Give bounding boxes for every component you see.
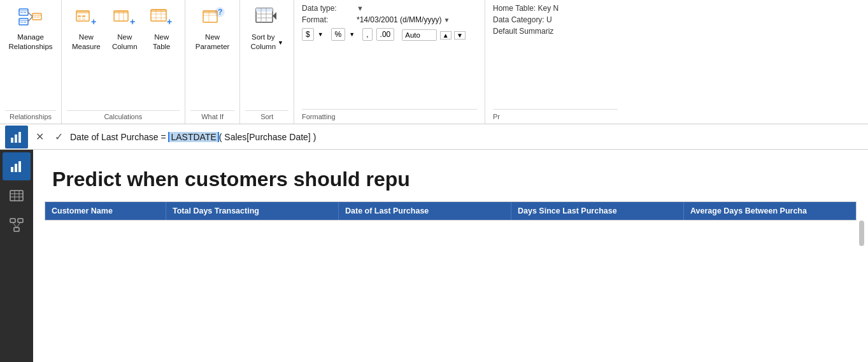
main-area: Predict when customers should repu Custo…	[0, 150, 868, 362]
svg-rect-19	[82, 18, 85, 20]
svg-rect-7	[24, 22, 26, 23]
svg-rect-16	[78, 15, 81, 17]
comma-button[interactable]: ,	[362, 28, 372, 41]
data-table: Customer Name Total Days Transacting Dat…	[45, 201, 857, 221]
bar-chart-view-button[interactable]	[3, 152, 31, 180]
svg-text:?: ?	[218, 8, 222, 17]
properties-section-label: Pr	[493, 109, 618, 124]
formatting-section-label: Formatting	[302, 109, 477, 124]
new-measure-icon: +	[73, 5, 99, 31]
svg-rect-40	[256, 8, 273, 11]
sidebar	[0, 150, 33, 362]
new-column-label: New Column	[112, 33, 138, 52]
new-parameter-button[interactable]: ? New Parameter	[190, 3, 235, 54]
svg-rect-49	[11, 167, 13, 172]
sort-icon	[254, 5, 280, 31]
table-header-row: Customer Name Total Days Transacting Dat…	[45, 202, 856, 220]
content-heading: Predict when customers should repu	[33, 150, 868, 201]
svg-rect-3	[24, 12, 26, 13]
percent-button[interactable]: %	[331, 28, 346, 41]
new-column-button[interactable]: + New Column	[107, 3, 143, 54]
svg-rect-17	[82, 15, 85, 17]
whatif-section-label: What If	[190, 110, 235, 124]
formula-text: Date of Last Purchase = LASTDATE( Sales[…	[70, 132, 863, 142]
svg-line-61	[17, 222, 20, 228]
svg-rect-48	[18, 132, 21, 143]
formula-confirm-button[interactable]: ✓	[51, 129, 66, 145]
table-view-button[interactable]	[3, 182, 31, 210]
formula-prefix: Date of Last Purchase =	[70, 132, 168, 142]
manage-relationships-label: Manage Relationships	[8, 33, 52, 52]
decimal-button[interactable]: .00	[376, 28, 395, 41]
svg-line-60	[13, 222, 17, 228]
sort-dropdown-arrow: ▼	[278, 40, 283, 46]
formula-suffix: ( Sales[Purchase Date] )	[219, 132, 317, 142]
svg-rect-9	[32, 15, 41, 16]
auto-down-button[interactable]: ▼	[454, 31, 466, 40]
datatype-dropdown-arrow: ▼	[357, 4, 364, 12]
model-view-button[interactable]	[3, 211, 31, 239]
svg-rect-51	[18, 161, 21, 172]
svg-rect-47	[15, 134, 17, 143]
svg-rect-5	[19, 20, 28, 21]
home-table-label: Home Table: Key N	[493, 4, 618, 13]
manage-relationships-button[interactable]: Manage Relationships	[5, 3, 56, 54]
table-col-total-days: Total Days Transacting	[166, 202, 339, 220]
calculations-section: + New Measure + New Column	[62, 0, 185, 124]
svg-rect-11	[37, 17, 39, 18]
table-col-avg-days: Average Days Between Purcha	[684, 202, 856, 220]
svg-rect-18	[78, 18, 81, 20]
svg-rect-50	[15, 164, 17, 172]
formula-bar: ✕ ✓ Date of Last Purchase = LASTDATE( Sa…	[0, 124, 868, 150]
svg-marker-45	[273, 12, 276, 20]
whatif-section: ? New Parameter What If	[185, 0, 241, 124]
svg-rect-1	[19, 10, 28, 11]
svg-line-13	[28, 17, 32, 22]
relationships-section: Manage Relationships Relationships	[0, 0, 62, 124]
new-table-icon: +	[149, 5, 174, 31]
new-parameter-icon: ?	[200, 5, 225, 31]
svg-rect-10	[34, 17, 36, 18]
formula-chart-icon	[5, 126, 28, 148]
new-table-label: New Table	[153, 33, 171, 52]
data-category-label: Data Category: U	[493, 15, 618, 24]
new-measure-label: New Measure	[72, 33, 101, 52]
svg-text:+: +	[130, 17, 135, 27]
svg-rect-57	[10, 219, 15, 222]
sort-buttons: Sort by Column ▼	[245, 3, 288, 110]
auto-input[interactable]	[402, 29, 437, 41]
format-value: *14/03/2001 (d/MM/yyyy)	[357, 15, 441, 24]
svg-rect-6	[20, 22, 23, 23]
svg-rect-15	[76, 11, 89, 13]
svg-rect-2	[20, 12, 23, 13]
relationships-buttons: Manage Relationships	[5, 3, 56, 110]
table-col-date-last-purchase: Date of Last Purchase	[339, 202, 511, 220]
manage-relationships-icon	[18, 5, 43, 31]
relationships-section-label: Relationships	[5, 110, 56, 124]
svg-rect-46	[11, 138, 13, 143]
new-measure-button[interactable]: + New Measure	[67, 3, 106, 54]
currency-button[interactable]: $	[302, 28, 314, 41]
svg-rect-22	[114, 11, 128, 13]
calculations-section-label: Calculations	[67, 110, 180, 124]
svg-rect-27	[151, 10, 166, 12]
default-summarize-label: Default Summariz	[493, 27, 618, 36]
auto-up-button[interactable]: ▲	[440, 31, 452, 40]
new-table-button[interactable]: + New Table	[144, 3, 180, 54]
table-col-days-since: Days Since Last Purchase	[511, 202, 684, 220]
ribbon: Manage Relationships Relationships +	[0, 0, 868, 124]
sort-section-label: Sort	[245, 110, 288, 124]
whatif-buttons: ? New Parameter	[190, 3, 235, 110]
percent-dropdown: ▼	[349, 31, 355, 38]
sort-by-column-button[interactable]: Sort by Column ▼	[245, 3, 288, 54]
formula-highlight: LASTDATE	[168, 132, 218, 142]
svg-text:+: +	[91, 17, 96, 27]
format-dropdown-arrow: ▼	[443, 17, 450, 24]
table-col-customer-name: Customer Name	[45, 202, 166, 220]
scrollbar[interactable]	[859, 221, 864, 246]
datatype-label: Data type:	[302, 4, 353, 13]
formula-cancel-button[interactable]: ✕	[32, 129, 47, 145]
new-parameter-label: New Parameter	[196, 33, 230, 52]
format-label: Format:	[302, 15, 353, 24]
svg-rect-59	[14, 228, 19, 231]
